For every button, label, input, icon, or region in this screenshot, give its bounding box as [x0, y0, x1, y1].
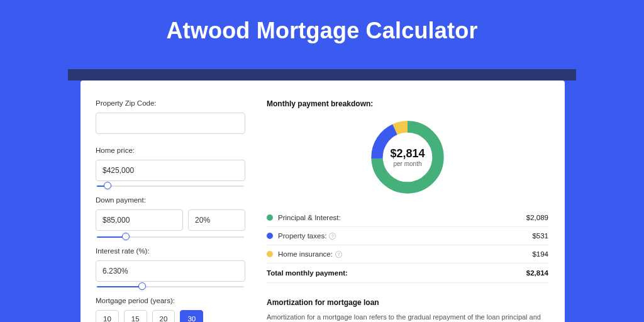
- down-payment-percent-input[interactable]: [188, 209, 245, 231]
- interest-rate-group: Interest rate (%):: [96, 247, 245, 288]
- donut-chart: $2,814 per month: [367, 117, 448, 197]
- donut-sub: per month: [393, 160, 421, 167]
- down-payment-amount-input[interactable]: [96, 209, 183, 231]
- legend-row: Home insurance:?$194: [267, 245, 548, 264]
- donut-center: $2,814 per month: [367, 117, 448, 197]
- info-icon[interactable]: ?: [329, 233, 336, 240]
- calculator-card: Property Zip Code: Home price: Down paym…: [80, 80, 565, 322]
- amortization-text: Amortization for a mortgage loan refers …: [267, 312, 548, 322]
- home-price-label: Home price:: [96, 147, 245, 154]
- total-label: Total monthly payment:: [267, 269, 526, 277]
- down-payment-label: Down payment:: [96, 196, 245, 204]
- breakdown-legend: Principal & Interest:$2,089Property taxe…: [267, 209, 548, 264]
- interest-rate-input[interactable]: [96, 260, 245, 282]
- legend-dot: [267, 251, 273, 257]
- breakdown-title: Monthly payment breakdown:: [267, 99, 548, 108]
- home-price-input[interactable]: [96, 160, 245, 181]
- legend-dot: [267, 233, 273, 239]
- home-price-group: Home price:: [96, 147, 245, 187]
- slider-thumb[interactable]: [122, 233, 130, 240]
- donut-chart-wrap: $2,814 per month: [267, 113, 548, 206]
- mortgage-period-group: Mortgage period (years): 10152030: [96, 297, 245, 322]
- page-title: Atwood Mortgage Calculator: [0, 0, 644, 58]
- period-option-30[interactable]: 30: [180, 310, 203, 322]
- total-value: $2,814: [526, 269, 548, 277]
- zip-field-group: Property Zip Code:: [96, 99, 245, 138]
- period-option-10[interactable]: 10: [96, 310, 119, 322]
- amortization-section: Amortization for mortgage loan Amortizat…: [267, 298, 548, 322]
- legend-label: Principal & Interest:: [278, 214, 526, 221]
- legend-dot: [267, 214, 273, 221]
- legend-row: Property taxes:?$531: [267, 227, 548, 245]
- amortization-title: Amortization for mortgage loan: [267, 298, 548, 307]
- legend-value: $531: [532, 232, 548, 240]
- legend-value: $194: [532, 250, 548, 258]
- interest-rate-label: Interest rate (%):: [96, 247, 245, 255]
- zip-input[interactable]: [96, 113, 245, 134]
- slider-thumb[interactable]: [104, 182, 111, 189]
- mortgage-period-label: Mortgage period (years):: [96, 297, 245, 304]
- breakdown-column: Monthly payment breakdown: $2,814 per mo…: [257, 80, 565, 322]
- down-payment-group: Down payment:: [96, 196, 245, 238]
- legend-value: $2,089: [526, 214, 548, 221]
- info-icon[interactable]: ?: [335, 251, 342, 258]
- legend-label: Home insurance:?: [278, 250, 532, 258]
- header-backdrop: [68, 69, 576, 80]
- donut-amount: $2,814: [390, 147, 425, 160]
- period-option-15[interactable]: 15: [124, 310, 147, 322]
- legend-row: Principal & Interest:$2,089: [267, 209, 548, 227]
- zip-label: Property Zip Code:: [96, 99, 245, 107]
- period-option-20[interactable]: 20: [152, 310, 175, 322]
- form-column: Property Zip Code: Home price: Down paym…: [80, 80, 257, 322]
- total-row: Total monthly payment: $2,814: [267, 264, 548, 283]
- down-payment-slider[interactable]: [96, 236, 245, 238]
- slider-thumb[interactable]: [138, 282, 146, 290]
- home-price-slider[interactable]: [96, 185, 245, 187]
- interest-rate-slider[interactable]: [96, 286, 245, 288]
- legend-label: Property taxes:?: [278, 232, 532, 240]
